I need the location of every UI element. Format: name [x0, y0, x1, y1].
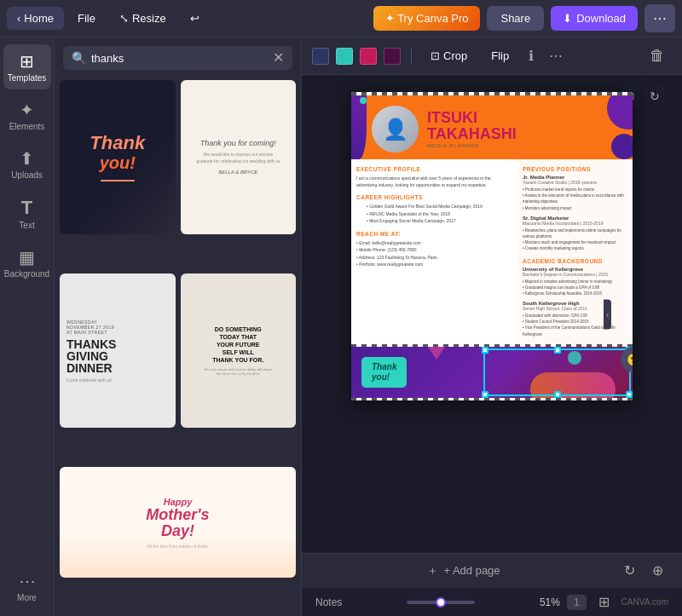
reach-me-list: • Email: hello@reallygreatsite.com • Mob… — [356, 239, 512, 268]
thankyou-text: Thankyou! — [372, 362, 396, 382]
rotate-button[interactable]: ↻ — [644, 85, 665, 107]
job2-company: Macuanto Media Incorporated | 2015-2019 — [523, 221, 627, 226]
canvas-area: ⊡ Crop Flip ℹ ⋯ 🗑 ⧉ ↻ ‹ — [302, 37, 682, 616]
sidebar-item-background[interactable]: ▦ Background — [3, 240, 51, 285]
template-card-4[interactable]: DO SOMETHINGTODAY THATYOUR FUTURESELF WI… — [181, 273, 297, 428]
sidebar-item-text[interactable]: T Text — [3, 190, 51, 237]
name-block: ITSUKI TAKAHASHI MEDIA PLANNER — [427, 110, 622, 149]
share-button[interactable]: Share — [487, 6, 544, 31]
search-bar: 🔍 ✕ — [55, 37, 301, 77]
bottom-bar: ＋ + Add page ↻ ⊕ — [302, 553, 682, 587]
home-button[interactable]: ‹ Home — [7, 7, 64, 30]
search-input[interactable] — [91, 52, 268, 65]
search-box: 🔍 ✕ — [63, 46, 292, 70]
sidebar-item-background-label: Background — [4, 269, 49, 279]
job2-bullets: • Researches, plans and implements onlin… — [523, 227, 627, 252]
sidebar-item-uploads[interactable]: ⬆ Uploads — [3, 141, 51, 187]
undo-button[interactable]: ↩ — [180, 7, 210, 30]
sidebar-item-text-label: Text — [19, 221, 34, 230]
search-icon: 🔍 — [72, 51, 86, 65]
more-options-button[interactable]: ⋯ — [644, 4, 675, 32]
canvas-scroll[interactable]: ⧉ ↻ ‹ 👤 — [302, 75, 682, 553]
selection-handle-br — [626, 391, 633, 398]
info-button[interactable]: ℹ — [524, 43, 538, 68]
school1-degree: Bachelor's Degree in Communications | 20… — [523, 272, 627, 277]
header-left-deco — [351, 95, 367, 159]
undo-icon: ↩ — [190, 12, 199, 25]
grid-layout-button[interactable]: ⊞ — [593, 590, 615, 613]
reach-me-heading: REACH ME AT: — [356, 231, 512, 237]
doc-bottom-section: Thankyou! — [351, 347, 633, 398]
try-pro-label: ✦ Try Canva Pro — [385, 12, 469, 25]
more-icon: ⋯ — [653, 11, 667, 26]
text-icon: T — [21, 197, 32, 219]
color-swatch-1[interactable] — [312, 48, 329, 65]
flip-button[interactable]: Flip — [483, 45, 517, 66]
chevron-left-icon: ‹ — [17, 12, 20, 25]
page-indicator: 1 — [567, 595, 587, 610]
notes-slider — [352, 601, 529, 604]
school2-degree: Senior High School, Class of 2011 — [523, 306, 627, 311]
person-name: ITSUKI TAKAHASHI — [427, 110, 622, 142]
template-card-5[interactable]: Happy Mother'sDay! All the love from bak… — [60, 467, 296, 578]
slider-track — [407, 601, 475, 604]
color-swatch-4[interactable] — [384, 48, 401, 65]
sidebar-item-more-label: More — [17, 593, 37, 602]
school2-bullets: • Graduated with distinction: GPA 3.95 •… — [523, 313, 627, 337]
template-card-1[interactable]: Thank you! — [60, 80, 176, 234]
download-button[interactable]: ⬇ Download — [551, 6, 638, 31]
template-card-2[interactable]: Thank you for coming! We would like to e… — [181, 80, 297, 234]
doc-body: EXECUTIVE PROFILE I am a communications … — [351, 159, 633, 344]
clear-search-button[interactable]: ✕ — [273, 51, 284, 65]
crop-icon: ⊡ — [431, 49, 440, 62]
resize-icon: ⤡ — [119, 12, 129, 25]
avatar: 👤 — [372, 106, 419, 153]
doc-header: 👤 ITSUKI TAKAHASHI MEDIA PLANNER — [351, 95, 633, 159]
doc-left-col: EXECUTIVE PROFILE I am a communications … — [351, 159, 517, 344]
share-label: Share — [500, 12, 530, 25]
prev-positions-heading: PREVIOUS POSITIONS — [523, 166, 627, 172]
crop-button[interactable]: ⊡ Crop — [422, 45, 476, 66]
notes-label: Notes — [315, 596, 342, 608]
color-swatch-2[interactable] — [336, 48, 353, 65]
school1-bullets: • Majored in creative advertising (minor… — [523, 279, 627, 297]
expand-button[interactable]: ⊕ — [647, 559, 668, 582]
delete-button[interactable]: 🗑 — [643, 43, 672, 68]
slider-thumb[interactable] — [436, 597, 446, 607]
sidebar-item-templates[interactable]: ⊞ Templates — [3, 44, 51, 89]
plus-icon: ＋ — [427, 563, 438, 579]
name-line2: TAKAHASHI — [427, 125, 517, 142]
download-label: Download — [576, 12, 626, 25]
sidebar-item-more[interactable]: ⋯ More — [3, 564, 51, 609]
academic-heading: ACADEMIC BACKGROUND — [523, 258, 627, 264]
selection-handle-tm — [554, 347, 561, 354]
collapse-panel-button[interactable]: ‹ — [604, 299, 611, 329]
color-swatch-3[interactable] — [360, 48, 377, 65]
file-button[interactable]: File — [67, 7, 106, 30]
selection-handle-tl — [482, 347, 488, 354]
sidebar-item-templates-label: Templates — [8, 73, 47, 83]
job-title: MEDIA PLANNER — [427, 143, 622, 148]
template-card-3[interactable]: WEDNESDAYNOVEMBER 27 2019AT MAIN STREET … — [60, 273, 176, 428]
uploads-icon: ⬆ — [20, 148, 34, 169]
add-page-label: + Add page — [443, 564, 500, 577]
doc-right-col: PREVIOUS POSITIONS Jr. Media Planner Yav… — [517, 159, 633, 344]
elements-icon: ✦ — [20, 100, 34, 120]
selection-box — [483, 348, 631, 396]
executive-profile-heading: EXECUTIVE PROFILE — [356, 166, 512, 172]
try-pro-button[interactable]: ✦ Try Canva Pro — [373, 6, 481, 31]
sidebar-item-elements[interactable]: ✦ Elements — [3, 93, 51, 138]
add-page-button[interactable]: ＋ + Add page — [315, 563, 612, 579]
loop-button[interactable]: ↻ — [619, 559, 640, 582]
resize-button[interactable]: ⤡ Resize — [109, 7, 176, 30]
job1-bullets: • Produces market trend reports for clie… — [523, 187, 627, 211]
download-icon: ⬇ — [563, 12, 572, 25]
page-number: 1 — [574, 596, 580, 608]
flip-label: Flip — [491, 49, 509, 62]
sidebar-item-elements-label: Elements — [9, 122, 45, 131]
file-label: File — [78, 12, 95, 25]
templates-panel: 🔍 ✕ Thank you! Thank you for coming! We … — [55, 37, 302, 616]
sidebar: ⊞ Templates ✦ Elements ⬆ Uploads T Text … — [0, 37, 55, 616]
dashed-bottom-border — [351, 398, 633, 400]
toolbar-more-button[interactable]: ⋯ — [545, 43, 567, 68]
